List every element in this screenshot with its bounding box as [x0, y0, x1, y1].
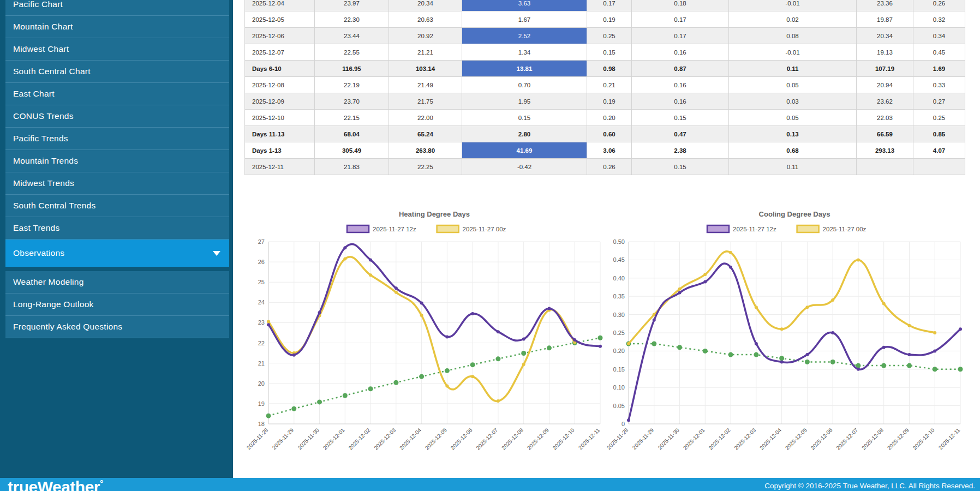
x-axis-tick-label: 2025-12-11	[937, 427, 961, 451]
x-axis-tick-label: 2025-12-01	[682, 427, 706, 451]
sidebar-item-label: Midwest Trends	[13, 178, 74, 188]
sidebar-menu: Pacific ChartMountain ChartMidwest Chart…	[5, 0, 229, 267]
brand-logo[interactable]: trueWeather°	[8, 479, 103, 491]
sidebar-item-conus-trends[interactable]: CONUS Trends	[5, 105, 229, 128]
value-cell: 0.08	[729, 28, 857, 44]
y-axis-tick-label: 22	[258, 340, 265, 346]
y-axis-tick-label: 0.30	[613, 312, 625, 318]
sidebar-item-pacific-trends[interactable]: Pacific Trends	[5, 128, 229, 150]
forecast-table-wrap: 2025-12-0423.9720.343.630.170.18-0.0123.…	[244, 0, 965, 175]
x-axis-tick-label: 2025-12-10	[912, 427, 936, 451]
value-cell: 0.68	[729, 142, 857, 159]
row-label-cell: 2025-12-09	[245, 93, 315, 110]
y-axis-tick-label: 0.15	[613, 366, 625, 373]
svg-text:2025-11-27 00z: 2025-11-27 00z	[463, 226, 506, 232]
row-label-cell: 2025-12-06	[245, 28, 315, 44]
value-cell: 0.15	[587, 44, 632, 61]
x-axis-tick-label: 2025-12-11	[577, 427, 601, 451]
value-cell: 65.24	[389, 126, 462, 142]
value-cell: 0.15	[462, 110, 587, 126]
main-row: Pacific ChartMountain ChartMidwest Chart…	[0, 0, 980, 478]
forecast-table: 2025-12-0423.9720.343.630.170.18-0.0123.…	[244, 0, 965, 175]
x-axis-tick-label: 2025-12-02	[708, 427, 732, 451]
content-area: 2025-12-0423.9720.343.630.170.18-0.0123.…	[233, 0, 980, 478]
row-label-cell: 2025-12-05	[245, 11, 315, 28]
value-cell: 2.80	[462, 126, 587, 142]
chart-title: Cooling Degree Days	[759, 210, 830, 218]
value-cell: 22.55	[315, 44, 389, 61]
value-cell: 0.20	[587, 110, 632, 126]
cooling-degree-days-chart: Cooling Degree Days2025-11-27 12z2025-11…	[605, 198, 965, 465]
sidebar-item-south-central-chart[interactable]: South Central Chart	[5, 61, 229, 83]
value-cell: 0.05	[729, 77, 857, 93]
value-cell	[913, 159, 965, 175]
value-cell: 0.13	[729, 126, 857, 142]
value-cell: 263.80	[389, 142, 462, 159]
sidebar-item-observations[interactable]: Observations	[5, 239, 229, 267]
table-row: 2025-12-0522.3020.631.670.190.170.0219.8…	[245, 11, 965, 28]
series-line	[268, 244, 600, 355]
row-label-cell: 2025-12-07	[245, 44, 315, 61]
value-cell: 22.19	[315, 77, 389, 93]
value-cell: 2.38	[632, 142, 729, 159]
value-cell: 41.69	[462, 142, 587, 159]
value-cell: 0.19	[587, 93, 632, 110]
table-row: 2025-12-0722.5521.211.340.150.16-0.0119.…	[245, 44, 965, 61]
sidebar-item-pacific-chart[interactable]: Pacific Chart	[5, 0, 229, 16]
sidebar-item-label: Observations	[13, 248, 64, 258]
value-cell: 23.36	[857, 0, 913, 11]
sidebar-item-midwest-chart[interactable]: Midwest Chart	[5, 38, 229, 61]
legend-item[interactable]: 2025-11-27 00z	[437, 225, 506, 232]
value-cell: 0.45	[913, 44, 965, 61]
x-axis-tick-label: 2025-12-09	[886, 427, 910, 451]
value-cell: 1.95	[462, 93, 587, 110]
y-axis-tick-label: 24	[258, 299, 265, 306]
chevron-down-icon[interactable]	[213, 251, 220, 256]
y-axis-tick-label: 0.20	[613, 348, 625, 354]
value-cell: 0.02	[729, 11, 857, 28]
x-axis-tick-label: 2025-12-06	[450, 427, 474, 451]
sidebar-item-label: Mountain Chart	[13, 22, 73, 32]
sidebar-item-mountain-trends[interactable]: Mountain Trends	[5, 150, 229, 172]
app-window: Pacific ChartMountain ChartMidwest Chart…	[0, 0, 980, 491]
x-axis-tick-label: 2025-12-02	[348, 427, 372, 451]
sidebar-item-label: Pacific Chart	[13, 0, 63, 9]
table-row: 2025-12-1022.1522.000.150.200.150.0522.0…	[245, 110, 965, 126]
value-cell: 0.98	[587, 61, 632, 77]
sidebar-item-weather-modeling[interactable]: Weather Modeling	[5, 271, 229, 294]
sidebar-item-south-central-trends[interactable]: South Central Trends	[5, 195, 229, 217]
value-cell: 0.27	[913, 93, 965, 110]
y-axis-tick-label: 0.25	[613, 330, 625, 336]
chart-title: Heating Degree Days	[399, 210, 470, 218]
sidebar-item-mountain-chart[interactable]: Mountain Chart	[5, 16, 229, 38]
value-cell: 20.63	[389, 11, 462, 28]
legend-item[interactable]: 2025-11-27 12z	[347, 225, 416, 232]
legend-item[interactable]: 2025-11-27 00z	[797, 225, 867, 232]
value-cell: 0.32	[913, 11, 965, 28]
value-cell: -0.01	[729, 0, 857, 11]
sidebar-item-frequently-asked-questions[interactable]: Frequently Asked Questions	[5, 316, 229, 338]
y-axis-tick-label: 0	[622, 421, 625, 427]
table-row: 2025-12-1121.8322.25-0.420.260.150.11	[245, 159, 965, 175]
sidebar-item-long-range-outlook[interactable]: Long-Range Outlook	[5, 294, 229, 316]
y-axis-tick-label: 0.10	[613, 384, 625, 391]
value-cell: 0.16	[632, 44, 729, 61]
sidebar-item-midwest-trends[interactable]: Midwest Trends	[5, 172, 229, 195]
sidebar-item-east-chart[interactable]: East Chart	[5, 83, 229, 105]
sidebar-item-label: South Central Chart	[13, 67, 91, 76]
value-cell: 22.30	[315, 11, 389, 28]
charts-row: Heating Degree Days2025-11-27 12z2025-11…	[244, 198, 965, 465]
x-axis-tick-label: 2025-12-05	[784, 427, 808, 451]
y-axis-tick-label: 25	[258, 279, 265, 285]
copyright-text: Copyright © 2016-2025 True Weather, LLC.…	[764, 482, 975, 490]
sidebar-item-label: East Chart	[13, 89, 55, 99]
legend-item[interactable]: 2025-11-27 12z	[707, 225, 776, 232]
sidebar-item-label: South Central Trends	[13, 201, 95, 211]
y-axis-tick-label: 0.05	[613, 403, 625, 409]
x-axis-tick-label: 2025-12-04	[758, 427, 782, 451]
value-cell: -0.01	[729, 44, 857, 61]
value-cell: 0.26	[587, 159, 632, 175]
x-axis-tick-label: 2025-12-04	[398, 427, 422, 451]
value-cell	[857, 159, 913, 175]
sidebar-item-east-trends[interactable]: East Trends	[5, 217, 229, 239]
